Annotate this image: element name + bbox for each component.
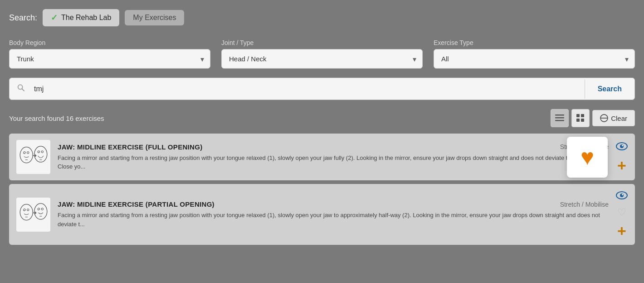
svg-point-11 — [20, 147, 33, 163]
exercise-item-1: ➜ JAW: MIDLINE EXERCISE (FULL OPENING) S… — [9, 134, 635, 180]
svg-point-17 — [41, 151, 43, 153]
exercise-list: ➜ JAW: MIDLINE EXERCISE (FULL OPENING) S… — [9, 134, 635, 245]
svg-text:➜: ➜ — [33, 153, 37, 158]
svg-point-12 — [23, 151, 25, 153]
add-icon-1[interactable]: + — [617, 158, 626, 173]
search-button[interactable]: Search — [585, 79, 634, 99]
grid-view-btn[interactable] — [571, 109, 590, 127]
svg-rect-7 — [576, 119, 580, 122]
exercise-content-1: JAW: MIDLINE EXERCISE (FULL OPENING) Str… — [58, 143, 609, 171]
exercise-actions-2: ♡ + — [616, 190, 628, 238]
joint-type-select[interactable]: Head / Neck — [221, 49, 423, 69]
exercise-type-select[interactable]: All — [434, 49, 635, 69]
svg-rect-6 — [581, 114, 584, 117]
filters-row: Body Region Trunk Joint / Type Head / Ne… — [9, 39, 635, 69]
exercise-type-label: Exercise Type — [434, 39, 635, 46]
body-region-group: Body Region Trunk — [9, 39, 210, 69]
svg-point-24 — [23, 209, 25, 211]
toggle-my-btn[interactable]: My Exercises — [125, 10, 184, 25]
search-input[interactable] — [30, 79, 585, 99]
search-icon — [10, 78, 30, 99]
svg-point-33 — [620, 194, 624, 197]
exercise-content-2: JAW: MIDLINE EXERCISE (PARTIAL OPENING) … — [58, 200, 609, 228]
exercise-desc-2: Facing a mirror and starting from a rest… — [58, 211, 609, 228]
exercise-title-row-1: JAW: MIDLINE EXERCISE (FULL OPENING) Str… — [58, 143, 609, 151]
results-bar: Your search found 16 exercises — [9, 109, 635, 127]
exercise-actions-1: + — [616, 141, 628, 173]
toggle-my-label: My Exercises — [133, 14, 176, 22]
eye-icon-1[interactable] — [616, 141, 628, 153]
body-region-select[interactable]: Trunk — [9, 49, 210, 69]
exercise-thumbnail-2: ➜ — [16, 198, 50, 232]
results-count: Your search found 16 exercises — [9, 114, 104, 122]
exercise-type-group: Exercise Type All — [434, 39, 635, 69]
search-input-row: Search — [9, 78, 635, 100]
svg-rect-2 — [555, 114, 564, 116]
joint-type-label: Joint / Type — [221, 39, 423, 46]
exercise-thumbnail-1: ➜ — [16, 140, 50, 174]
svg-rect-5 — [576, 114, 580, 117]
svg-text:➜: ➜ — [33, 210, 37, 215]
exercise-desc-1: Facing a mirror and starting from a rest… — [58, 154, 609, 171]
exercise-type-2: Stretch / Mobilise — [560, 201, 609, 208]
joint-type-select-wrapper: Head / Neck — [221, 49, 423, 69]
exercise-title-row-2: JAW: MIDLINE EXERCISE (PARTIAL OPENING) … — [58, 200, 609, 208]
heart-icon-2[interactable]: ♡ — [617, 207, 626, 218]
exercise-item-2: ➜ JAW: MIDLINE EXERCISE (PARTIAL OPENING… — [9, 184, 635, 245]
body-region-select-wrapper: Trunk — [9, 49, 210, 69]
search-label: Search: — [9, 13, 37, 23]
svg-point-16 — [38, 151, 39, 153]
toggle-rehab-btn[interactable]: ✓ The Rehab Lab — [43, 9, 119, 26]
svg-point-28 — [38, 208, 39, 210]
svg-point-23 — [20, 204, 33, 220]
svg-rect-3 — [555, 117, 564, 119]
results-actions: Clear — [551, 109, 635, 127]
eye-icon-2[interactable] — [616, 190, 628, 202]
svg-point-34 — [622, 194, 623, 195]
heart-large-icon-1[interactable]: ♥ — [581, 144, 594, 170]
svg-point-25 — [27, 209, 29, 211]
svg-rect-4 — [555, 120, 564, 121]
joint-type-group: Joint / Type Head / Neck — [221, 39, 423, 69]
clear-button[interactable]: Clear — [592, 110, 635, 126]
svg-point-22 — [622, 145, 623, 146]
svg-point-13 — [27, 151, 29, 153]
svg-line-1 — [22, 89, 24, 91]
svg-point-21 — [620, 144, 624, 148]
add-icon-2[interactable]: + — [617, 223, 626, 238]
exercise-title-2: JAW: MIDLINE EXERCISE (PARTIAL OPENING) — [58, 200, 215, 208]
clear-label: Clear — [611, 114, 627, 122]
page-container: Search: ✓ The Rehab Lab My Exercises Bod… — [9, 9, 635, 245]
svg-point-29 — [41, 208, 43, 210]
exercise-title-1: JAW: MIDLINE EXERCISE (FULL OPENING) — [58, 143, 202, 151]
favorite-popup-1: ♥ — [567, 137, 608, 178]
exercise-type-select-wrapper: All — [434, 49, 635, 69]
list-view-btn[interactable] — [551, 109, 569, 127]
search-toggle-row: Search: ✓ The Rehab Lab My Exercises — [9, 9, 635, 26]
body-region-label: Body Region — [9, 39, 210, 46]
checkmark-icon: ✓ — [51, 13, 58, 23]
svg-rect-8 — [581, 119, 584, 122]
toggle-rehab-label: The Rehab Lab — [61, 14, 111, 22]
